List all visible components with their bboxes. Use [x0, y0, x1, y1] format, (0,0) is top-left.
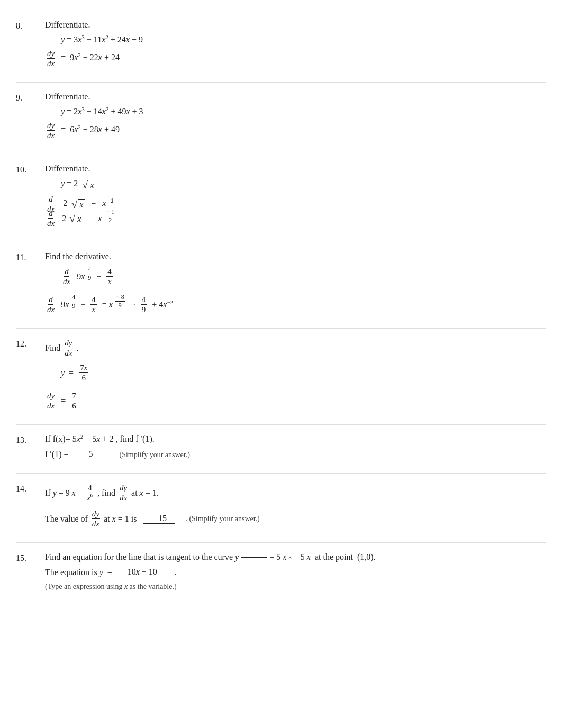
answer-value-13: 5 — [75, 449, 107, 459]
problem-content-14: If y= 9x + 4 x6 , find dy dx at x = 1. T… — [45, 483, 546, 533]
answer-9: dy dx = 6x2 − 28x + 49 — [45, 121, 546, 140]
answer-11: d dx 9x 4 9 − 4 x = x − 8 9 · 4 9 — [45, 295, 546, 314]
problem-number-11: 11. — [16, 252, 45, 319]
problem-9: 9. Differentiate. y = 2x3 − 14x2 + 49x +… — [16, 83, 546, 154]
instruction-14: If y= 9x + 4 x6 , find dy dx at x = 1. — [45, 483, 546, 503]
problem-14: 14. If y= 9x + 4 x6 , find dy dx at x = … — [16, 474, 546, 543]
problem-number-14: 14. — [16, 483, 45, 533]
answer-value-14: − 15 — [143, 514, 175, 524]
answer-14: The value of dy dx at x = 1 is − 15 . (S… — [45, 509, 546, 529]
instruction-11: Find the derivative. — [45, 252, 546, 261]
answer-12: dy dx = 7 6 — [45, 391, 546, 411]
problem-15: 15. Find an equation for the line that i… — [16, 543, 546, 605]
answer-10-clean: d dx 2 √ x = x − 1 2 — [45, 208, 546, 228]
problem-content-9: Differentiate. y = 2x3 − 14x2 + 49x + 3 … — [45, 92, 546, 144]
equation-8: y = 3x3 − 11x2 + 24x + 9 — [61, 35, 546, 44]
answer-8: dy dx = 9x2 − 22x + 24 — [45, 49, 546, 68]
instruction-15: Find an equation for the line that is ta… — [45, 552, 546, 562]
problem-number-10: 10. — [16, 164, 45, 232]
answer-15: The equation is y = 10x − 10 . — [45, 567, 546, 577]
equation-9: y = 2x3 − 14x2 + 49x + 3 — [61, 107, 546, 116]
problem-content-12: Find dy dx . y = 7x 6 dy dx = 7 6 — [45, 338, 546, 415]
problem-8: 8. Differentiate. y = 3x3 − 11x2 + 24x +… — [16, 11, 546, 83]
equation-10: y = 2 √ x — [61, 179, 546, 190]
problem-13: 13. If f(x)= 5x2 − 5x + 2 , find f ′(1).… — [16, 425, 546, 474]
problem-content-8: Differentiate. y = 3x3 − 11x2 + 24x + 9 … — [45, 20, 546, 72]
problem-content-13: If f(x)= 5x2 − 5x + 2 , find f ′(1). f ′… — [45, 434, 546, 463]
instruction-8: Differentiate. — [45, 20, 546, 30]
problem-number-8: 8. — [16, 20, 45, 72]
problem-12: 12. Find dy dx . y = 7x 6 dy dx = 7 — [16, 329, 546, 425]
problem-content-10: Differentiate. y = 2 √ x d dx 2 √ x = x−… — [45, 164, 546, 232]
problem-number-9: 9. — [16, 92, 45, 144]
instruction-9: Differentiate. — [45, 92, 546, 102]
instruction-13: If f(x)= 5x2 − 5x + 2 , find f ′(1). — [45, 434, 546, 444]
note-15: (Type an expression using x as the varia… — [45, 581, 546, 591]
problem-11: 11. Find the derivative. d dx 9x 4 9 − 4… — [16, 242, 546, 329]
problem-content-15: Find an equation for the line that is ta… — [45, 552, 546, 595]
note-13: (Simplify your answer.) — [120, 451, 190, 459]
instruction-10: Differentiate. — [45, 164, 546, 174]
problem-10: 10. Differentiate. y = 2 √ x d dx 2 √ x … — [16, 154, 546, 242]
answer-value-15: 10x − 10 — [119, 567, 166, 577]
instruction-12: Find dy dx . — [45, 338, 546, 358]
problem-number-12: 12. — [16, 338, 45, 415]
problem-content-11: Find the derivative. d dx 9x 4 9 − 4 x d… — [45, 252, 546, 319]
answer-13: f ′(1) = 5 (Simplify your answer.) — [45, 449, 546, 459]
equation-12: y = 7x 6 — [61, 363, 546, 383]
problem-number-15: 15. — [16, 552, 45, 595]
expression-11: d dx 9x 4 9 − 4 x — [61, 267, 546, 286]
note-14: . (Simplify your answer.) — [185, 515, 259, 523]
problem-number-13: 13. — [16, 434, 45, 463]
